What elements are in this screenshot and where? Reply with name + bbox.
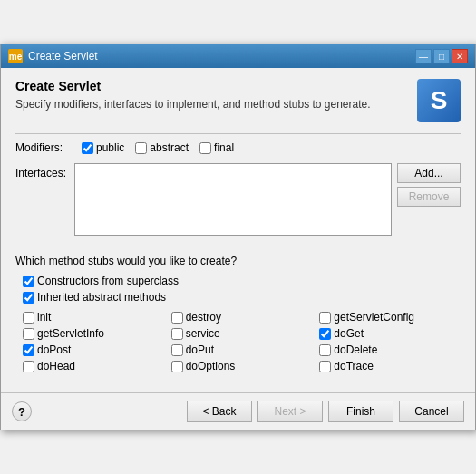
method-dopost: doPost xyxy=(23,343,157,356)
method-init: init xyxy=(23,311,157,324)
divider-2 xyxy=(15,247,461,247)
modifiers-row: Modifiers: public abstract final xyxy=(15,141,461,154)
method-dotrace-checkbox[interactable] xyxy=(319,361,331,372)
minimize-button[interactable]: — xyxy=(415,49,432,63)
interfaces-label: Interfaces: xyxy=(15,167,74,179)
method-destroy-label: destroy xyxy=(186,311,221,324)
close-button[interactable]: ✕ xyxy=(452,49,468,63)
footer-nav-buttons: < Back Next > Finish Cancel xyxy=(187,401,464,422)
modifier-final-checkbox[interactable] xyxy=(199,142,211,154)
modifier-public-label: public xyxy=(96,141,124,154)
method-dooptions-label: doOptions xyxy=(186,360,236,372)
method-getservletconfig-label: getServletConfig xyxy=(334,311,414,324)
inherited-label: Inherited abstract methods xyxy=(37,291,166,304)
method-destroy: destroy xyxy=(171,311,306,324)
inherited-checkbox-row: Inherited abstract methods xyxy=(23,291,453,304)
method-stubs-section: Which method stubs would you like to cre… xyxy=(15,255,461,372)
remove-button[interactable]: Remove xyxy=(397,187,461,207)
method-stubs-question: Which method stubs would you like to cre… xyxy=(15,255,461,267)
method-doput: doPut xyxy=(171,343,306,356)
method-service: service xyxy=(171,327,306,340)
method-getservletinfo: getServletInfo xyxy=(23,327,157,340)
method-doget: doGet xyxy=(319,327,453,340)
modifier-abstract-checkbox[interactable] xyxy=(135,142,147,154)
next-button[interactable]: Next > xyxy=(257,401,323,422)
modifier-abstract: abstract xyxy=(135,141,189,154)
divider-1 xyxy=(15,133,461,134)
modifier-public-checkbox[interactable] xyxy=(82,142,93,154)
method-init-label: init xyxy=(37,311,51,324)
header-text: Create Servlet Specify modifiers, interf… xyxy=(15,79,371,112)
method-init-checkbox[interactable] xyxy=(23,312,34,324)
dialog-footer: ? < Back Next > Finish Cancel xyxy=(1,392,475,430)
constructors-checkbox[interactable] xyxy=(23,276,34,287)
interfaces-buttons: Add... Remove xyxy=(397,163,461,207)
main-content: Create Servlet Specify modifiers, interf… xyxy=(1,68,475,392)
title-bar: me Create Servlet — □ ✕ xyxy=(1,44,475,68)
method-dopost-checkbox[interactable] xyxy=(23,344,34,356)
interfaces-list[interactable] xyxy=(74,163,392,236)
modifier-abstract-label: abstract xyxy=(150,141,189,154)
method-dodelete-label: doDelete xyxy=(334,343,377,356)
modifier-final: final xyxy=(199,141,234,154)
page-title: Create Servlet xyxy=(15,79,371,93)
method-doget-checkbox[interactable] xyxy=(319,328,331,340)
method-dodelete-checkbox[interactable] xyxy=(319,344,331,356)
cancel-button[interactable]: Cancel xyxy=(399,401,464,422)
servlet-logo: S xyxy=(417,79,461,122)
method-doget-label: doGet xyxy=(334,327,364,340)
add-button[interactable]: Add... xyxy=(397,163,461,183)
modifiers-label: Modifiers: xyxy=(15,141,74,154)
method-doput-label: doPut xyxy=(186,343,214,356)
title-bar-left: me Create Servlet xyxy=(8,49,98,63)
method-dotrace: doTrace xyxy=(319,360,453,372)
finish-button[interactable]: Finish xyxy=(328,401,393,422)
method-dohead-label: doHead xyxy=(37,360,75,372)
method-dopost-label: doPost xyxy=(37,343,71,356)
method-dooptions: doOptions xyxy=(171,360,306,372)
maximize-button[interactable]: □ xyxy=(433,49,450,63)
method-dodelete: doDelete xyxy=(319,343,453,356)
modifier-public: public xyxy=(82,141,124,154)
window-title: Create Servlet xyxy=(28,50,98,63)
method-service-checkbox[interactable] xyxy=(171,328,183,340)
interfaces-row: Interfaces: Add... Remove xyxy=(15,163,461,236)
dialog-window: me Create Servlet — □ ✕ Create Servlet S… xyxy=(0,44,476,430)
method-getservletinfo-checkbox[interactable] xyxy=(23,328,34,340)
help-button[interactable]: ? xyxy=(12,401,32,421)
method-destroy-checkbox[interactable] xyxy=(171,312,183,324)
inherited-checkbox[interactable] xyxy=(23,292,34,304)
method-dohead: doHead xyxy=(23,360,157,372)
constructors-checkbox-row: Constructors from superclass xyxy=(23,275,453,287)
constructors-label: Constructors from superclass xyxy=(37,275,179,287)
back-button[interactable]: < Back xyxy=(187,401,252,422)
method-service-label: service xyxy=(186,327,220,340)
method-doput-checkbox[interactable] xyxy=(171,344,183,356)
page-header: Create Servlet Specify modifiers, interf… xyxy=(15,79,461,122)
method-getservletconfig: getServletConfig xyxy=(319,311,453,324)
method-dooptions-checkbox[interactable] xyxy=(171,361,183,372)
window-controls: — □ ✕ xyxy=(415,49,468,63)
page-description: Specify modifiers, interfaces to impleme… xyxy=(15,97,371,112)
app-icon: me xyxy=(8,49,23,63)
method-dohead-checkbox[interactable] xyxy=(23,361,34,372)
method-getservletconfig-checkbox[interactable] xyxy=(319,312,331,324)
method-getservletinfo-label: getServletInfo xyxy=(37,327,104,340)
modifier-final-label: final xyxy=(214,141,234,154)
method-dotrace-label: doTrace xyxy=(334,360,374,372)
